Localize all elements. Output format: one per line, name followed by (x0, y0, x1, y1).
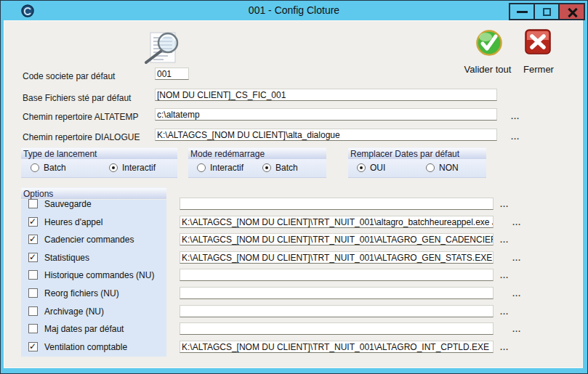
label-altatemp: Chemin repertoire ALTATEMP (23, 112, 138, 122)
option-row-statistiques: Statistiques K:\ALTAGCS_[NOM DU CLIENT]\… (1, 251, 579, 266)
radio-icon[interactable] (109, 163, 118, 172)
radio-interactif[interactable]: Interactif (197, 163, 243, 173)
browse-button[interactable]: ... (512, 325, 521, 333)
radio-icon[interactable] (197, 163, 206, 172)
radio-icon[interactable] (357, 163, 366, 172)
archivage-checkbox[interactable] (28, 306, 38, 316)
radio-icon[interactable] (31, 163, 39, 172)
browse-button[interactable]: ... (512, 290, 521, 297)
window-controls (509, 3, 585, 20)
browse-button[interactable]: ... (500, 272, 509, 279)
radio-batch[interactable]: Batch (31, 163, 66, 173)
option-row-reorg: Reorg fichiers (NU) ... (1, 287, 579, 301)
browse-button[interactable]: ... (500, 236, 509, 243)
maj-dates-checkbox[interactable] (28, 324, 38, 333)
config-cloture-window: 001 - Config Cloture (0, 0, 588, 374)
minimize-icon (517, 11, 528, 13)
label-code-societe: Code societe par défaut (23, 71, 115, 81)
label-base-fichiers: Base Fichiers sté par défaut (23, 93, 131, 103)
heures-appel-path-field[interactable]: K:\ALTAGCS_[NOM DU CLIENT]\TRT_NUIT_001\… (180, 216, 494, 228)
ventilation-path-field[interactable]: K:\ALTAGCS_[NOM DU CLIENT]\TRT_NUIT_001\… (180, 341, 494, 353)
heures-appel-checkbox[interactable] (28, 217, 38, 227)
statistiques-checkbox[interactable] (28, 253, 38, 262)
option-row-heures-appel: Heures d'appel K:\ALTAGCS_[NOM DU CLIENT… (1, 216, 579, 230)
minimize-button[interactable] (509, 3, 535, 20)
archivage-path-field[interactable] (180, 305, 494, 317)
group-type-lancement: Type de lancement Batch Interactif (21, 147, 177, 178)
browse-button[interactable]: ... (500, 343, 509, 351)
browse-button[interactable]: ... (512, 254, 521, 261)
cadencier-checkbox[interactable] (28, 235, 38, 244)
radio-non[interactable]: NON (426, 163, 459, 173)
maximize-button[interactable] (533, 3, 560, 20)
reorg-path-field[interactable] (180, 287, 494, 299)
sauvegarde-path-field[interactable] (180, 198, 494, 210)
statistiques-path-field[interactable]: K:\ALTAGCS_[NOM DU CLIENT]\TRT_NUIT_001\… (180, 251, 494, 264)
code-societe-field[interactable]: 001 (155, 68, 189, 80)
base-fichiers-field[interactable]: [NOM DU CLIENT]_CS_FIC_001 (155, 89, 497, 101)
sauvegarde-checkbox[interactable] (28, 199, 38, 208)
validate-all-button[interactable]: Valider tout (463, 64, 512, 75)
browse-altatemp-button[interactable]: ... (511, 113, 520, 120)
option-row-cadencier: Cadencier commandes K:\ALTAGCS_[NOM DU C… (1, 233, 579, 248)
radio-icon[interactable] (262, 163, 271, 172)
group-title: Remplacer Dates par défaut (348, 147, 486, 159)
option-row-historique: Historique commandes (NU) ... (1, 269, 579, 283)
reorg-checkbox[interactable] (28, 288, 38, 298)
option-row-sauvegarde: Sauvegarde ... (1, 198, 579, 212)
group-mode-redemarrage: Mode redémarrage Interactif Batch (188, 147, 326, 178)
radio-oui[interactable]: OUI (357, 163, 385, 173)
historique-checkbox[interactable] (28, 270, 38, 280)
browse-dialogue-button[interactable]: ... (511, 133, 520, 140)
search-document-icon[interactable] (140, 31, 187, 65)
browse-button[interactable]: ... (512, 219, 521, 226)
browse-button[interactable]: ... (500, 308, 509, 315)
radio-batch[interactable]: Batch (262, 163, 298, 173)
group-title: Type de lancement (21, 147, 177, 159)
radio-icon[interactable] (426, 163, 435, 172)
close-form-icon[interactable] (525, 29, 552, 56)
ventilation-checkbox[interactable] (28, 342, 38, 351)
maximize-icon (543, 8, 551, 16)
browse-button[interactable]: ... (500, 200, 509, 208)
option-row-ventilation: Ventilation comptable K:\ALTAGCS_[NOM DU… (1, 341, 579, 355)
close-form-button[interactable]: Fermer (521, 64, 556, 75)
group-remplacer-dates: Remplacer Dates par défaut OUI NON (348, 147, 486, 178)
dialogue-field[interactable]: K:\ALTAGCS_[NOM DU CLIENT]\alta_dialogue (155, 129, 497, 141)
option-row-maj-dates: Maj dates par défaut ... (1, 322, 579, 337)
altatemp-field[interactable]: c:\altatemp (155, 108, 497, 121)
maj-dates-path-field[interactable] (180, 322, 494, 335)
validate-all-icon[interactable] (475, 29, 504, 58)
title-bar: 001 - Config Cloture (1, 1, 587, 20)
group-title: Mode redémarrage (188, 147, 326, 159)
close-button[interactable] (558, 3, 585, 20)
historique-path-field[interactable] (180, 269, 494, 281)
label-dialogue: Chemin repertoire DIALOGUE (23, 132, 140, 142)
radio-interactif[interactable]: Interactif (109, 163, 156, 173)
window-title: 001 - Config Cloture (1, 4, 587, 16)
option-row-archivage: Archivage (NU) ... (1, 305, 579, 320)
cadencier-path-field[interactable]: K:\ALTAGCS_[NOM DU CLIENT]\TRT_NUIT_001\… (180, 233, 494, 245)
